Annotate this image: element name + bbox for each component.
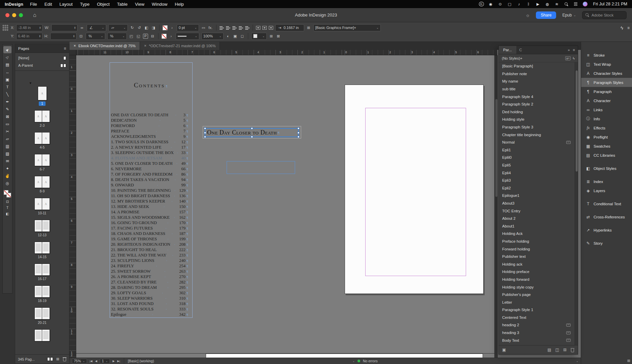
previous-page-button[interactable]: ◀ — [95, 360, 97, 363]
preview-icon[interactable]: P — [143, 34, 148, 39]
wifi-icon[interactable]: ≋ — [554, 1, 559, 7]
page-thumbnail[interactable]: A — [42, 198, 50, 210]
dock-panel-character[interactable]: ACharacter — [581, 96, 632, 105]
document-page[interactable] — [345, 85, 484, 294]
object-style-dropdown[interactable]: [Basic Graphics Frame]+⌄ — [313, 24, 381, 31]
chevron-icon[interactable]: › — [170, 25, 175, 31]
page-thumbnail[interactable]: A — [42, 176, 50, 188]
dock-panel-cc-libraries[interactable]: ▤CC Libraries — [581, 151, 632, 160]
learn-icon[interactable]: ☼ — [526, 12, 530, 18]
chevron-down-icon[interactable]: ⌄ — [195, 35, 197, 38]
paragraph-style-chapter-title-beginning[interactable]: Chapter title beginning — [499, 131, 578, 139]
resize-grip-icon[interactable]: ⊞ — [627, 359, 630, 363]
paragraph-style-heading-2[interactable]: heading 2 — [499, 321, 578, 329]
free-transform-tool[interactable]: ▱ — [3, 135, 11, 142]
pages-panel-page[interactable]: A1 — [38, 86, 47, 106]
next-page-button[interactable]: ▶ — [113, 360, 115, 363]
paragraph-style-holding-ack[interactable]: Holding ack — [499, 260, 578, 268]
chevron-down-icon[interactable]: ⌄ — [102, 26, 104, 29]
document-tab[interactable]: ✕*ODCTrevised7-21 master.indd @ 106% — [140, 42, 220, 50]
chevron-down-icon[interactable]: ⌄ — [83, 360, 85, 363]
menubar-clock[interactable]: Fri Jul 28 2:21 PM — [593, 2, 627, 6]
chevron-down-icon[interactable]: ⌄ — [262, 35, 265, 38]
selection-handle[interactable] — [297, 127, 299, 129]
paragraph-style-centered-text[interactable]: Centered Text — [499, 314, 578, 322]
paragraph-style-epilogue1[interactable]: Epilogue1 — [499, 192, 578, 200]
menu-item-type[interactable]: Type — [80, 2, 89, 7]
align-right-icon[interactable] — [232, 26, 237, 30]
formatting-affects-text-icon[interactable]: ⊡ — [6, 200, 9, 204]
page-thumbnail[interactable]: A — [42, 110, 50, 122]
y-position-field[interactable]: 6.48 in▴▾ — [16, 33, 42, 40]
pages-panel-page[interactable]: 20-21 — [34, 307, 50, 325]
paragraph-style-preface-holding[interactable]: Preface holding — [499, 238, 578, 245]
rotation-angle-field[interactable]: ∠⌄ — [87, 24, 106, 31]
selection-handle[interactable] — [251, 127, 253, 129]
close-window-button[interactable] — [5, 13, 9, 17]
pencil-tool[interactable]: ✎ — [3, 105, 11, 113]
wrap-options-icon[interactable]: ⊞ — [306, 25, 311, 31]
selection-handle[interactable] — [204, 132, 206, 134]
pages-panel-page[interactable]: AA8-9 — [34, 176, 50, 193]
paragraph-style-holding-ack[interactable]: Holding Ack — [499, 230, 578, 238]
page-thumbnail[interactable] — [42, 242, 50, 254]
rotate-ccw-icon[interactable]: ↺ — [137, 25, 142, 31]
page-thumbnail[interactable] — [34, 307, 42, 320]
close-icon[interactable]: ✕ — [74, 44, 76, 48]
zoom-tool[interactable]: ◎ — [3, 180, 11, 187]
dock-panel-swatches[interactable]: ▦Swatches — [581, 142, 632, 151]
panel-menu-icon[interactable]: ≡ — [64, 46, 66, 51]
page-tool[interactable]: ▤ — [3, 61, 11, 68]
page-thumbnail[interactable] — [42, 307, 50, 320]
page-thumbnail[interactable] — [34, 285, 42, 298]
page-thumbnail[interactable]: A — [34, 154, 42, 166]
page-thumbnail[interactable]: A — [34, 176, 42, 188]
page-thumbnail[interactable] — [34, 242, 42, 254]
current-style-row[interactable]: (No Styles)+ a+ ϟ — [499, 54, 578, 62]
paragraph-style-forward-holding[interactable]: Forward holding — [499, 245, 578, 253]
dock-panel-effects[interactable]: fxEffects — [581, 123, 632, 132]
select-content-icon[interactable]: ◱ — [136, 33, 141, 39]
dock-panel-stroke[interactable]: ≡Stroke — [581, 51, 632, 60]
paragraph-style-normal[interactable]: Normal — [499, 139, 578, 146]
delete-style-icon[interactable] — [571, 348, 574, 352]
scrollbar-thumb[interactable] — [495, 99, 497, 197]
bluetooth-icon[interactable]: ᛒ — [526, 1, 531, 7]
pages-panel-page[interactable]: 18-19 — [34, 285, 50, 303]
apply-color-icon[interactable]: T — [6, 206, 8, 210]
align-top-icon[interactable] — [239, 26, 243, 30]
dock-panel-story[interactable]: ✎Story — [581, 239, 632, 248]
direct-selection-tool[interactable]: ▷ — [3, 54, 11, 61]
toc-text-frame[interactable]: Contents¶ ONE DAY CLOSER TO DEATH·3¶DEDI… — [110, 62, 193, 318]
reference-point-proxy[interactable] — [2, 24, 9, 31]
collapse-panel-icon[interactable]: » — [568, 48, 570, 52]
empty-text-frame[interactable] — [227, 161, 295, 174]
pages-panel-page[interactable] — [34, 329, 50, 341]
pages-panel-page[interactable]: AA4-5 — [34, 132, 50, 150]
paragraph-style-holding-style-copy[interactable]: Holding style copy — [499, 283, 578, 291]
align-left-icon[interactable] — [220, 26, 224, 30]
tab-paragraph-styles[interactable]: Par... — [499, 46, 516, 54]
note-tool[interactable]: ✉ — [3, 157, 11, 164]
page-thumbnail[interactable] — [42, 264, 50, 276]
vertical-scrollbar[interactable] — [494, 55, 498, 358]
menu-item-window[interactable]: Window — [152, 2, 167, 7]
display-icon[interactable]: ▢ — [507, 1, 512, 7]
spread-thumbnails[interactable]: AA — [34, 132, 50, 144]
menu-item-help[interactable]: Help — [175, 2, 184, 7]
stroke-weight-field[interactable]: 0 pt⌄ — [177, 24, 199, 31]
menu-item-table[interactable]: Table — [117, 2, 127, 7]
master-item-none[interactable]: [None] — [15, 54, 69, 62]
rectangle-frame-tool[interactable]: ⊠ — [3, 113, 11, 120]
corner-options-icon[interactable]: ▭ — [201, 25, 206, 31]
align-center-icon[interactable] — [226, 26, 230, 30]
stroke-color-swatch[interactable] — [163, 25, 168, 30]
rectangle-tool[interactable]: ▭ — [3, 120, 11, 127]
stepper-icon[interactable]: ▴▾ — [74, 26, 75, 29]
paragraph-style-holding-forward[interactable]: Holding forward — [499, 276, 578, 283]
height-field[interactable]: ▴▾ — [50, 33, 77, 40]
shear-angle-field[interactable]: ▱⌄ — [108, 24, 128, 31]
spread-thumbnails[interactable] — [34, 242, 50, 254]
spread-thumbnails[interactable] — [34, 307, 50, 320]
dock-panel-hyperlinks[interactable]: ↗Hyperlinks — [581, 225, 632, 235]
